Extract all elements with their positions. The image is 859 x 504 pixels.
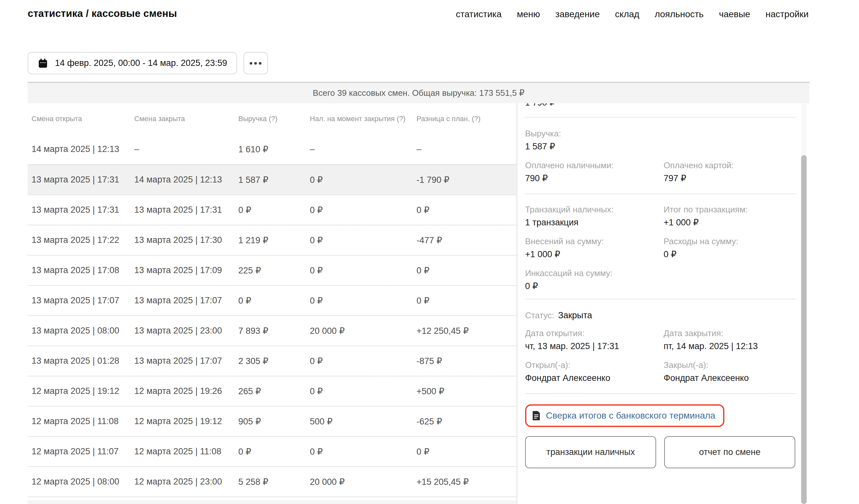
cell-revenue: 1 610 ₽ [235, 144, 306, 155]
cell-shift-closed: 12 марта 2025 | 11:08 [130, 446, 235, 457]
table-footer-strip [28, 500, 516, 504]
field-value: Фондрат Алексеенко [525, 373, 664, 383]
table-row[interactable]: 13 марта 2025 | 17:0813 марта 2025 | 17:… [28, 255, 516, 285]
cash-shifts-page: { "header": { "title": "статистика / кас… [0, 0, 859, 504]
table-row[interactable]: 13 марта 2025 | 01:2813 марта 2025 | 17:… [28, 346, 516, 376]
field-label: Дата закрытия: [664, 328, 795, 338]
table-header-row: Смена открытаСмена закрытаВыручка (?)Нал… [28, 103, 516, 134]
table-body: 14 марта 2025 | 12:13–1 610 ₽––13 марта … [28, 134, 516, 497]
cell-shift-closed: 14 марта 2025 | 12:13 [130, 175, 235, 185]
field-label: Оплачено картой: [664, 160, 795, 170]
shift-report-button[interactable]: отчет по смене [664, 436, 795, 468]
cell-shift-closed: 12 марта 2025 | 19:12 [130, 416, 235, 426]
field-status: Статус: Закрыта [525, 311, 795, 320]
cell-plan-diff: 0 ₽ [412, 265, 516, 276]
field-value: 790 ₽ [525, 173, 664, 184]
cell-cash-at-close: 500 ₽ [306, 416, 412, 427]
cell-shift-opened: 13 марта 2025 | 17:31 [28, 175, 130, 185]
cell-shift-closed: 13 марта 2025 | 17:07 [130, 296, 235, 305]
table-row[interactable]: 13 марта 2025 | 08:0013 марта 2025 | 23:… [28, 315, 516, 346]
shifts-table: Смена открытаСмена закрытаВыручка (?)Нал… [28, 103, 516, 497]
cell-shift-closed: 13 марта 2025 | 17:31 [130, 205, 235, 215]
cell-plan-diff: 0 ₽ [412, 205, 516, 215]
date-range-label: 14 февр. 2025, 00:00 - 14 мар. 2025, 23:… [55, 58, 227, 68]
cell-revenue: 265 ₽ [235, 386, 306, 396]
cell-cash-at-close: 20 000 ₽ [306, 326, 412, 336]
cell-revenue: 7 893 ₽ [235, 326, 306, 336]
field-value: пт, 14 мар. 2025 | 12:13 [664, 341, 795, 352]
calendar-icon [37, 58, 48, 69]
cell-plan-diff: 0 ₽ [412, 296, 516, 306]
panel-divider [525, 193, 795, 194]
cell-shift-opened: 12 марта 2025 | 11:08 [28, 416, 130, 426]
cell-cash-at-close: 0 ₽ [306, 356, 412, 366]
column-header-1: Смена закрыта [130, 115, 235, 123]
nav-item-tips[interactable]: чаевые [719, 9, 750, 19]
field-revenue: Выручка: 1 587 ₽ [525, 129, 795, 152]
cell-plan-diff: 0 ₽ [412, 446, 516, 457]
panel-divider [525, 393, 795, 394]
table-row[interactable]: 13 марта 2025 | 17:2213 марта 2025 | 17:… [28, 225, 516, 255]
field-label: Закрыл(-а): [664, 360, 795, 370]
field-value: 797 ₽ [664, 173, 795, 184]
top-nav: статистикаменюзаведениескладлояльностьча… [456, 9, 809, 19]
field-value: чт, 13 мар. 2025 | 17:31 [525, 341, 664, 352]
field-label: Расходы на сумму: [664, 236, 795, 246]
date-range-picker[interactable]: 14 февр. 2025, 00:00 - 14 мар. 2025, 23:… [28, 52, 237, 74]
column-header-0: Смена открыта [28, 115, 130, 123]
nav-item-loyalty[interactable]: лояльность [654, 9, 704, 19]
cell-revenue: 1 587 ₽ [235, 175, 306, 185]
cell-shift-closed: 12 марта 2025 | 19:26 [130, 386, 235, 396]
cell-cash-at-close: – [306, 144, 412, 154]
field-collections: Инкассаций на сумму: 0 ₽ [525, 268, 795, 292]
status-badge: Закрыта [558, 311, 592, 320]
cell-cash-at-close: 0 ₽ [306, 175, 412, 185]
cell-cash-at-close: 0 ₽ [306, 296, 412, 306]
cash-transactions-button[interactable]: транзакции наличных [525, 436, 656, 468]
scrollbar-thumb[interactable] [801, 155, 807, 504]
table-row[interactable]: 13 марта 2025 | 17:0713 марта 2025 | 17:… [28, 285, 516, 315]
panel-scrollbar[interactable] [801, 103, 807, 504]
table-row[interactable]: 14 марта 2025 | 12:13–1 610 ₽–– [28, 134, 516, 164]
field-paid-card: Оплачено картой: 797 ₽ [664, 160, 795, 184]
field-value: +1 000 ₽ [525, 249, 664, 260]
nav-item-settings[interactable]: настройки [765, 9, 809, 19]
field-label: Транзакций наличных: [525, 205, 664, 214]
nav-item-warehouse[interactable]: склад [615, 9, 639, 19]
field-paid-cash: Оплачено наличными: 790 ₽ [525, 160, 664, 184]
field-label: Дата открытия: [525, 328, 664, 338]
cell-shift-opened: 13 марта 2025 | 17:08 [28, 265, 130, 275]
ellipsis-icon [250, 62, 252, 65]
table-row[interactable]: 12 марта 2025 | 19:1212 марта 2025 | 19:… [28, 376, 516, 406]
table-row-selected[interactable]: 13 марта 2025 | 17:3114 марта 2025 | 12:… [28, 164, 516, 194]
nav-item-venue[interactable]: заведение [555, 9, 600, 19]
table-row[interactable]: 12 марта 2025 | 11:0812 марта 2025 | 19:… [28, 406, 516, 436]
cell-cash-at-close: 0 ₽ [306, 265, 412, 276]
nav-item-statistics[interactable]: статистика [456, 9, 502, 19]
column-header-2: Выручка (?) [235, 115, 306, 123]
more-options-button[interactable] [243, 52, 268, 74]
cell-cash-at-close: 0 ₽ [306, 386, 412, 396]
field-deposits: Внесений на сумму: +1 000 ₽ [525, 236, 664, 260]
table-row[interactable]: 12 марта 2025 | 08:0012 марта 2025 | 23:… [28, 466, 516, 497]
cell-shift-closed: 12 марта 2025 | 23:00 [130, 477, 235, 487]
cell-shift-opened: 12 марта 2025 | 19:12 [28, 386, 130, 396]
table-bottom-divider [28, 497, 516, 497]
shift-detail-panel: 1 790 ₽ Выручка: 1 587 ₽ Оплачено наличн… [517, 103, 799, 504]
table-row[interactable]: 12 марта 2025 | 11:0712 марта 2025 | 11:… [28, 436, 516, 466]
nav-item-menu[interactable]: меню [517, 9, 540, 19]
table-row[interactable]: 13 марта 2025 | 17:3113 марта 2025 | 17:… [28, 194, 516, 225]
panel-buttons: транзакции наличных отчет по смене [525, 436, 795, 468]
cell-shift-opened: 14 марта 2025 | 12:13 [28, 144, 130, 154]
cell-shift-opened: 13 марта 2025 | 17:22 [28, 235, 130, 245]
cell-shift-closed: 13 марта 2025 | 17:30 [130, 235, 235, 245]
cell-plan-diff: +12 250,45 ₽ [412, 326, 516, 336]
cell-shift-opened: 13 марта 2025 | 17:31 [28, 205, 130, 215]
toolbar: 14 февр. 2025, 00:00 - 14 мар. 2025, 23:… [28, 52, 268, 74]
bank-terminal-reconciliation-link[interactable]: Сверка итогов с банковского терминала [525, 404, 724, 427]
field-closed-by: Закрыл(-а): Фондрат Алексеенко [664, 360, 795, 383]
cell-revenue: 2 305 ₽ [235, 356, 306, 366]
document-icon [532, 410, 541, 421]
page-title: статистика / кассовые смены [28, 8, 177, 19]
field-value: 0 ₽ [525, 281, 795, 292]
